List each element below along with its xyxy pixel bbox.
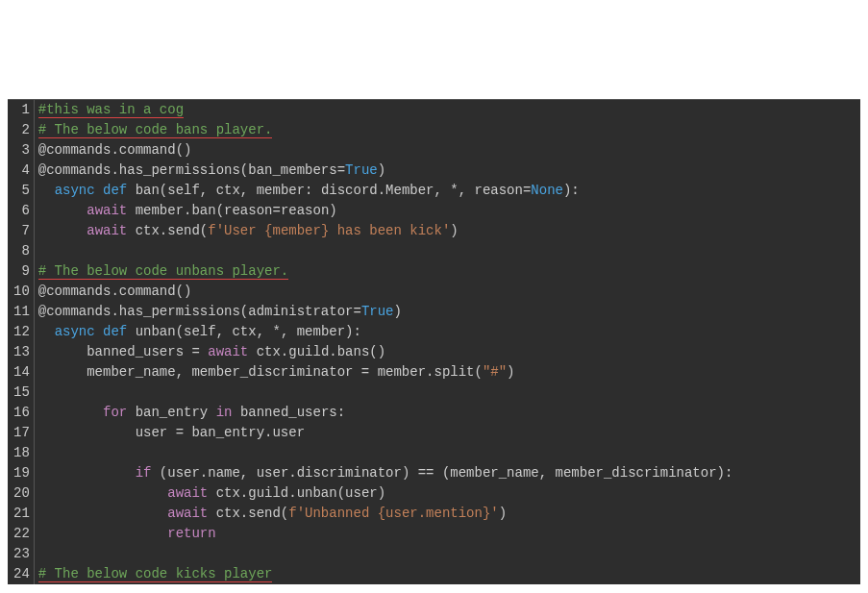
code-token: "#"	[483, 364, 507, 380]
code-token: ):	[563, 183, 580, 198]
code-line[interactable]	[35, 544, 860, 564]
code-token: in	[216, 405, 233, 420]
code-line[interactable]: @commands.command()	[35, 282, 860, 302]
code-token: member.ban(reason=reason)	[127, 203, 336, 218]
code-token: )	[378, 162, 385, 178]
code-line[interactable]: await ctx.guild.unban(user)	[35, 483, 860, 504]
code-token: await	[208, 344, 248, 359]
line-number: 1	[8, 100, 34, 120]
line-number: 10	[8, 282, 34, 302]
code-token: )	[499, 506, 507, 521]
line-number: 6	[8, 201, 34, 221]
code-line[interactable]: await ctx.send(f'Unbanned {user.mention}…	[35, 504, 860, 524]
code-line[interactable]: member_name, member_discriminator = memb…	[35, 362, 860, 383]
code-token	[38, 526, 167, 541]
code-line[interactable]: if (user.name, user.discriminator) == (m…	[35, 463, 860, 483]
code-token: if	[136, 465, 152, 481]
code-token: user = ban_entry.user	[38, 425, 305, 440]
code-line[interactable]	[35, 443, 860, 463]
code-token: member_name, member_discriminator = memb…	[38, 364, 483, 380]
code-line[interactable]: # The below code kicks player	[35, 564, 860, 584]
line-number-gutter: 123456789101112131415161718192021222324	[8, 100, 35, 584]
code-token: ctx.guild.unban(user)	[208, 485, 385, 501]
line-number: 9	[8, 261, 34, 282]
code-token: @commands.has_permissions(administrator=	[38, 304, 361, 319]
code-token: await	[167, 506, 208, 521]
code-token: ctx.send(	[127, 223, 208, 238]
code-token: return	[167, 526, 215, 541]
line-number: 13	[8, 342, 34, 362]
line-number: 22	[8, 524, 34, 544]
line-number: 20	[8, 483, 34, 504]
code-token	[38, 203, 87, 218]
line-number: 4	[8, 161, 34, 181]
line-number: 7	[8, 221, 34, 241]
code-token: async def	[55, 183, 128, 198]
code-token: # The below code bans player.	[38, 122, 273, 138]
code-token: #this was in a cog	[38, 102, 184, 118]
code-line[interactable]: await member.ban(reason=reason)	[35, 201, 860, 221]
code-token: @commands.command()	[38, 142, 192, 158]
code-token: @commands.has_permissions(ban_members=	[38, 162, 345, 178]
code-editor[interactable]: 123456789101112131415161718192021222324 …	[8, 99, 860, 584]
line-number: 18	[8, 443, 34, 463]
line-number: 21	[8, 504, 34, 524]
line-number: 16	[8, 403, 34, 423]
line-number: 2	[8, 120, 34, 140]
code-line[interactable]: async def ban(self, ctx, member: discord…	[35, 181, 860, 201]
code-line[interactable]: return	[35, 524, 860, 544]
code-token: f'User {member} has been kick'	[208, 223, 450, 238]
code-token: banned_users:	[232, 405, 345, 420]
code-line[interactable]: banned_users = await ctx.guild.bans()	[35, 342, 860, 362]
line-number: 12	[8, 322, 34, 342]
code-token: )	[393, 304, 401, 319]
code-token: ctx.guild.bans()	[248, 344, 385, 359]
code-token: ctx.send(	[208, 506, 288, 521]
code-line[interactable]: # The below code unbans player.	[35, 261, 860, 282]
code-line[interactable]: @commands.has_permissions(ban_members=Tr…	[35, 161, 860, 181]
code-token: None	[531, 183, 563, 198]
code-line[interactable]: for ban_entry in banned_users:	[35, 403, 860, 423]
code-line[interactable]	[35, 241, 860, 261]
code-token: for	[103, 405, 127, 420]
line-number: 3	[8, 140, 34, 161]
code-token: # The below code unbans player.	[38, 263, 288, 280]
code-token: f'Unbanned {user.mention}'	[288, 506, 498, 521]
code-token	[38, 506, 167, 521]
code-token: unban(self, ctx, *, member):	[127, 324, 361, 339]
code-token: async def	[55, 324, 128, 339]
code-token: await	[87, 203, 127, 218]
code-token: banned_users =	[38, 344, 208, 359]
line-number: 11	[8, 302, 34, 322]
code-token: )	[507, 364, 514, 380]
code-token: True	[345, 162, 378, 178]
code-line[interactable]: user = ban_entry.user	[35, 423, 860, 443]
code-token	[38, 465, 136, 481]
code-line[interactable]: @commands.command()	[35, 140, 860, 161]
code-token: @commands.command()	[38, 284, 192, 299]
code-line[interactable]: #this was in a cog	[35, 100, 860, 120]
line-number: 5	[8, 181, 34, 201]
line-number: 19	[8, 463, 34, 483]
line-number: 24	[8, 564, 34, 584]
line-number: 15	[8, 383, 34, 403]
line-number: 23	[8, 544, 34, 564]
line-number: 17	[8, 423, 34, 443]
code-line[interactable]: await ctx.send(f'User {member} has been …	[35, 221, 860, 241]
code-token	[38, 405, 103, 420]
code-token: await	[87, 223, 127, 238]
code-line[interactable]: # The below code bans player.	[35, 120, 860, 140]
code-token: (user.name, user.discriminator) == (memb…	[151, 465, 732, 481]
code-token: ban_entry	[127, 405, 215, 420]
code-token	[38, 183, 55, 198]
code-token	[38, 223, 87, 238]
code-token	[38, 324, 55, 339]
code-token: ban(self, ctx, member: discord.Member, *…	[127, 183, 531, 198]
code-line[interactable]: @commands.has_permissions(administrator=…	[35, 302, 860, 322]
code-line[interactable]: async def unban(self, ctx, *, member):	[35, 322, 860, 342]
line-number: 14	[8, 362, 34, 383]
code-token: True	[361, 304, 394, 319]
code-token: # The below code kicks player	[38, 566, 273, 582]
code-line[interactable]	[35, 383, 860, 403]
code-area[interactable]: #this was in a cog# The below code bans …	[35, 100, 860, 584]
